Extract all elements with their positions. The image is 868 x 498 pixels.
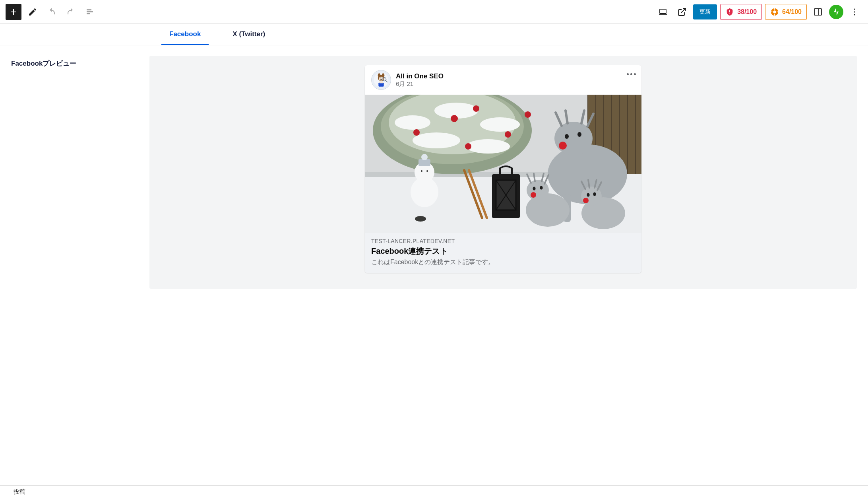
- jetpack-button[interactable]: [829, 5, 843, 19]
- seo-headline-icon: [770, 8, 779, 16]
- svg-point-2: [773, 10, 776, 13]
- preview-pane: All in One SEO 6月 21: [149, 56, 857, 289]
- svg-point-33: [413, 129, 420, 136]
- svg-point-35: [473, 105, 479, 112]
- jetpack-icon: [831, 7, 841, 17]
- svg-rect-16: [380, 81, 383, 83]
- pencil-icon: [28, 7, 37, 17]
- editor-toolbar: 更新 38/100 64/100: [0, 0, 868, 24]
- seo-score-value: 38/100: [737, 8, 757, 16]
- options-button[interactable]: [847, 4, 862, 20]
- svg-point-4: [854, 8, 855, 10]
- facebook-preview-card: All in One SEO 6月 21: [365, 65, 641, 273]
- more-vertical-icon: [850, 7, 859, 17]
- svg-point-59: [531, 192, 536, 198]
- svg-point-57: [533, 187, 536, 191]
- content-area: Facebookプレビュー: [0, 45, 868, 289]
- svg-point-12: [380, 78, 381, 79]
- svg-point-31: [413, 132, 460, 148]
- svg-point-5: [854, 11, 855, 12]
- svg-point-42: [421, 154, 428, 160]
- tab-twitter[interactable]: X (Twitter): [225, 24, 273, 45]
- seo-score-orange[interactable]: 64/100: [765, 4, 807, 20]
- svg-point-43: [421, 170, 422, 172]
- redo-icon: [66, 7, 76, 17]
- svg-point-61: [581, 187, 602, 206]
- fb-body: TEST-LANCER.PLATEDEV.NET Facebook連携テスト こ…: [365, 233, 641, 273]
- svg-rect-3: [814, 9, 822, 15]
- svg-point-50: [565, 134, 569, 139]
- seo-score-icon: [725, 8, 734, 16]
- settings-sidebar-button[interactable]: [810, 4, 826, 20]
- fb-preview-image-icon: [365, 95, 641, 233]
- fb-more-button[interactable]: [627, 73, 636, 75]
- toolbar-left: [6, 4, 98, 20]
- laptop-icon: [658, 7, 668, 17]
- redo-button[interactable]: [63, 4, 79, 20]
- fb-date: 6月 21: [396, 80, 444, 88]
- svg-point-65: [415, 216, 426, 222]
- plus-icon: [9, 7, 18, 17]
- svg-point-10: [382, 73, 385, 77]
- svg-point-51: [577, 132, 581, 137]
- fb-title: Facebook連携テスト: [371, 246, 635, 257]
- social-tabs: Facebook X (Twitter): [0, 24, 868, 45]
- fb-header: All in One SEO 6月 21: [365, 65, 641, 95]
- svg-point-63: [593, 193, 596, 196]
- document-overview-button[interactable]: [82, 4, 98, 20]
- fb-meta: All in One SEO 6月 21: [396, 72, 444, 88]
- sidebar-icon: [813, 7, 823, 17]
- aioseo-mascot-icon: [373, 72, 389, 88]
- list-icon: [85, 7, 95, 17]
- fb-image: [365, 95, 641, 233]
- add-block-button[interactable]: [6, 4, 21, 20]
- svg-point-9: [378, 73, 381, 77]
- section-label: Facebookプレビュー: [11, 56, 138, 289]
- edit-mode-button[interactable]: [25, 4, 41, 20]
- undo-icon: [47, 7, 56, 17]
- fb-domain: TEST-LANCER.PLATEDEV.NET: [371, 238, 635, 244]
- svg-point-52: [559, 142, 567, 150]
- svg-point-28: [395, 115, 430, 130]
- svg-point-30: [480, 117, 520, 132]
- publish-button[interactable]: 更新: [693, 4, 717, 19]
- toolbar-right: 更新 38/100 64/100: [655, 4, 862, 20]
- svg-point-34: [451, 115, 458, 122]
- fb-description: これはFacebookとの連携テスト記事です。: [371, 258, 635, 267]
- svg-point-13: [382, 78, 383, 79]
- undo-button[interactable]: [44, 4, 60, 20]
- svg-point-38: [525, 111, 531, 118]
- tab-facebook[interactable]: Facebook: [161, 24, 209, 45]
- preview-button[interactable]: [674, 4, 690, 20]
- svg-point-58: [540, 186, 543, 190]
- fb-avatar: [371, 70, 391, 90]
- external-link-icon: [677, 7, 687, 17]
- svg-rect-0: [660, 9, 666, 14]
- svg-point-14: [380, 79, 382, 80]
- seo-score-red[interactable]: 38/100: [720, 4, 762, 20]
- svg-point-64: [583, 198, 589, 203]
- view-button[interactable]: [655, 4, 671, 20]
- svg-point-6: [854, 14, 855, 15]
- svg-point-37: [505, 131, 511, 138]
- svg-point-32: [466, 139, 510, 154]
- svg-point-62: [587, 193, 590, 197]
- fb-author: All in One SEO: [396, 72, 444, 80]
- svg-point-36: [465, 143, 471, 150]
- seo-headline-value: 64/100: [782, 8, 802, 16]
- svg-point-44: [426, 170, 428, 172]
